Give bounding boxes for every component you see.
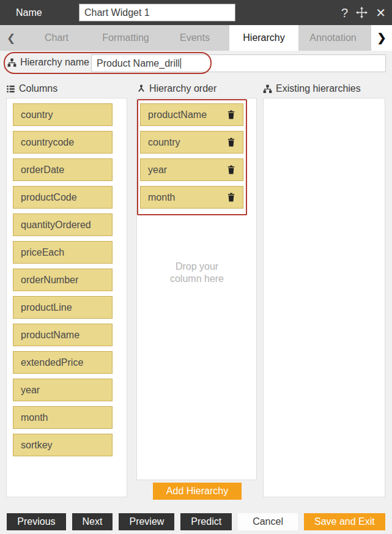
hierarchy-order-header-label: Hierarchy order: [149, 83, 216, 94]
trash-icon[interactable]: [227, 110, 235, 119]
tab-annotation[interactable]: Annotation: [298, 25, 368, 51]
tabs-scroll-left-icon[interactable]: ❮: [0, 25, 22, 51]
chip-label: productName: [148, 109, 207, 121]
save-and-exit-button[interactable]: Save and Exit: [304, 513, 385, 530]
column-chip[interactable]: productName: [13, 324, 113, 346]
predict-button[interactable]: Predict: [180, 513, 232, 530]
column-chip[interactable]: sortkey: [13, 434, 113, 456]
name-label: Name: [16, 7, 42, 18]
column-chip[interactable]: orderDate: [13, 158, 113, 181]
hierarchy-name-label-wrap: Hierarchy name: [7, 57, 89, 68]
column-chip[interactable]: orderNumber: [13, 269, 113, 291]
cancel-button[interactable]: Cancel: [238, 513, 298, 530]
column-chip[interactable]: productCode: [13, 186, 113, 209]
hierarchy-name-value: Product Name_drill: [97, 58, 180, 69]
close-icon[interactable]: ✕: [375, 7, 386, 19]
hierarchy-order-chip[interactable]: productName: [140, 103, 243, 126]
move-icon[interactable]: [356, 7, 368, 18]
list-icon: [6, 84, 15, 94]
trash-icon[interactable]: [227, 165, 235, 174]
widget-name-input[interactable]: [79, 4, 235, 21]
chip-label: month: [148, 192, 175, 203]
existing-hierarchies-panel: [263, 98, 385, 497]
help-icon[interactable]: ?: [341, 7, 348, 19]
titlebar-icons: ? ✕: [341, 0, 386, 25]
titlebar: Name ? ✕: [0, 0, 392, 25]
tab-hierarchy[interactable]: Hierarchy: [229, 25, 298, 51]
columns-panel: country countrycode orderDate productCod…: [6, 98, 127, 497]
column-chip[interactable]: year: [13, 379, 113, 401]
column-chip[interactable]: month: [13, 406, 113, 429]
previous-button[interactable]: Previous: [7, 513, 65, 530]
trash-icon[interactable]: [227, 138, 235, 147]
preview-button[interactable]: Preview: [119, 513, 174, 530]
hierarchy-order-chip[interactable]: month: [140, 186, 243, 209]
tabs-scroll-right-icon[interactable]: ❯: [371, 25, 392, 51]
drop-zone-hint: Drop your column here: [163, 261, 231, 285]
columns-header-label: Columns: [19, 83, 57, 94]
hierarchy-order-icon: [137, 84, 146, 93]
chart-widget-dialog: Name ? ✕ ❮ Chart Formatting Events Hiera…: [0, 0, 392, 534]
hierarchy-order-panel: productName country year month Drop your…: [136, 98, 257, 480]
sitemap-icon: [7, 58, 17, 67]
column-chip[interactable]: productLine: [13, 296, 113, 319]
hierarchy-name-label: Hierarchy name: [20, 57, 89, 68]
column-chip[interactable]: country: [13, 103, 113, 126]
hierarchy-order-header: Hierarchy order: [137, 83, 216, 94]
hierarchy-order-chip[interactable]: year: [140, 158, 243, 181]
hierarchy-order-chip[interactable]: country: [140, 131, 243, 154]
existing-hierarchies-header-label: Existing hierarchies: [276, 83, 361, 94]
tab-formatting[interactable]: Formatting: [91, 25, 160, 51]
column-chip[interactable]: extendedPrice: [13, 351, 113, 374]
tab-chart[interactable]: Chart: [22, 25, 91, 51]
next-button[interactable]: Next: [72, 513, 113, 530]
existing-hierarchies-header: Existing hierarchies: [263, 83, 361, 94]
columns-header: Columns: [6, 83, 57, 94]
sitemap-icon: [263, 84, 272, 94]
trash-icon[interactable]: [227, 193, 235, 202]
hierarchy-name-row: Hierarchy name Product Name_drill: [0, 51, 392, 75]
column-chip[interactable]: priceEach: [13, 241, 113, 264]
chip-label: year: [148, 165, 167, 176]
column-chip[interactable]: quantityOrdered: [13, 213, 113, 236]
chip-label: country: [148, 137, 180, 148]
column-chip[interactable]: countrycode: [13, 131, 113, 154]
tab-events[interactable]: Events: [160, 25, 229, 51]
text-caret: [180, 58, 181, 69]
add-hierarchy-button[interactable]: Add Hierarchy: [153, 483, 242, 500]
tabbar: ❮ Chart Formatting Events Hierarchy Anno…: [0, 25, 392, 51]
hierarchy-name-input[interactable]: Product Name_drill: [91, 54, 386, 72]
footer-buttons: Previous Next Preview Predict Cancel Sav…: [0, 513, 392, 530]
